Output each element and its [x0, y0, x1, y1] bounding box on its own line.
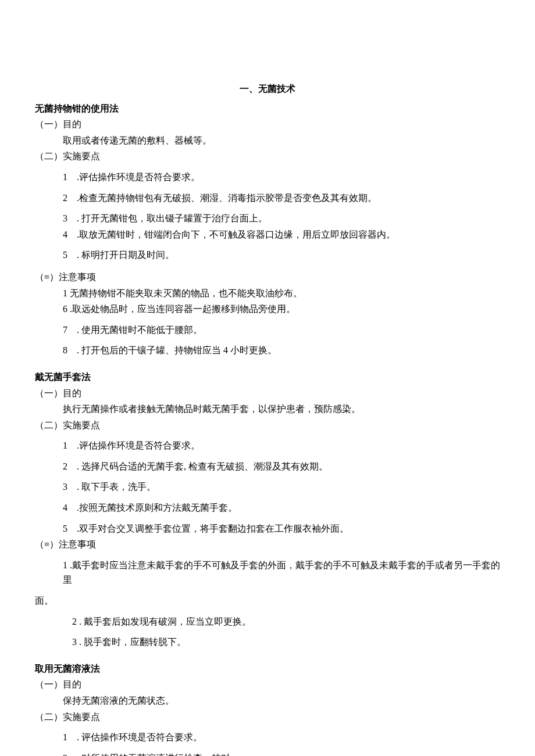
list-item: 8 . 打开包后的干镶子罐、持物钳应当 4 小时更换。 [35, 343, 500, 358]
subsection-heading: （一）目的 [35, 677, 500, 692]
list-item: 1 .戴手套时应当注意未戴手套的手不可触及手套的外面，戴手套的手不可触及未戴手套… [35, 558, 500, 587]
item-text: 戴手套后如发现有破洞，应当立即更换。 [84, 617, 251, 626]
list-item: 2 . 选择尺码合适的无菌手套, 检查有无破损、潮湿及其有效期。 [35, 459, 500, 474]
item-text: 打开包后的干镶子罐、持物钳应当 4 小时更换。 [81, 345, 277, 355]
item-number: 2 [63, 751, 74, 756]
item-number: 1 [63, 170, 74, 185]
subsection-heading: （一）目的 [35, 117, 500, 132]
item-sep: . [74, 440, 79, 450]
section-title: 无菌持物钳的使用法 [35, 101, 500, 116]
item-number: 1 [63, 560, 67, 570]
subsection-heading: （二）实施要点 [35, 710, 500, 725]
item-text: 脱手套时，应翻转脱下。 [84, 637, 186, 647]
subsection-heading: （一）目的 [35, 386, 500, 401]
list-item: 1 .评估操作环境是否符合要求。 [35, 170, 500, 185]
item-number: 2 [63, 191, 74, 206]
item-sep: . [74, 172, 79, 182]
subsection-heading: （二）实施要点 [35, 149, 500, 164]
item-text: 选择尺码合适的无菌手套, 检查有无破损、潮湿及其有效期。 [81, 461, 328, 471]
item-sep: . [74, 503, 79, 513]
item-number: 3 [63, 211, 74, 226]
item-sep: . [77, 637, 84, 647]
item-number: 4 [63, 500, 74, 515]
item-number: 7 [63, 323, 74, 338]
list-item: 2 .检查无菌持物钳包有无破损、潮湿、消毒指示胶带是否变色及其有效期。 [35, 191, 500, 206]
list-item: 4 .按照无菌技术原则和方法戴无菌手套。 [35, 500, 500, 515]
document-title: 一、无菌技术 [35, 81, 500, 96]
list-item: 1 . 评估操作环境是否符合要求。 [35, 730, 500, 745]
section-title: 戴无菌手套法 [35, 370, 500, 385]
item-text: 评估操作环境是否符合要求。 [81, 732, 202, 742]
item-number: 1 [63, 438, 74, 453]
item-text: 检查无菌持物钳包有无破损、潮湿、消毒指示胶带是否变色及其有效期。 [79, 193, 377, 203]
intro-text: 执行无菌操作或者接触无菌物品时戴无菌手套，以保护患者，预防感染。 [35, 402, 500, 417]
item-sep: . [67, 304, 72, 314]
list-item: 5 .双手对合交叉调整手套位置，将手套翻边扣套在工作服衣袖外面。 [35, 521, 500, 536]
list-item: 4 .取放无菌钳时，钳端闭合向下，不可触及容器口边缘，用后立即放回容器内。 [35, 227, 500, 242]
item-text: 无菌持物钳不能夹取未灭菌的物品，也不能夹取油纱布。 [70, 288, 302, 298]
item-number: 6 [63, 304, 67, 314]
item-text: 打开无菌钳包，取出镊子罐置于治疗台面上。 [81, 213, 268, 223]
item-number: 3 [72, 637, 77, 647]
item-sep: . [74, 345, 81, 355]
item-number: 4 [63, 227, 74, 242]
item-text: 对所使用的无菌溶液进行检查、核对。 [81, 753, 240, 756]
list-item: 3 . 打开无菌钳包，取出镊子罐置于治疗台面上。 [35, 211, 500, 226]
item-sep: . [74, 250, 81, 260]
item-text: 按照无菌技术原则和方法戴无菌手套。 [79, 503, 237, 513]
item-sep: . [74, 193, 79, 203]
item-sep: . [67, 560, 72, 570]
list-item: 5 . 标明打开日期及时间。 [35, 248, 500, 263]
list-item: 7 . 使用无菌钳时不能低于腰部。 [35, 323, 500, 338]
item-text: 使用无菌钳时不能低于腰部。 [81, 325, 202, 335]
section-title: 取用无菌溶液法 [35, 661, 500, 676]
item-sep: . [74, 732, 81, 742]
list-item: 6 .取远处物品时，应当连同容器一起搬移到物品旁使用。 [35, 302, 500, 317]
item-sep: . [74, 230, 79, 239]
list-item: 1 无菌持物钳不能夹取未灭菌的物品，也不能夹取油纱布。 [35, 286, 500, 301]
item-sep: . [77, 617, 84, 626]
item-sep: . [74, 461, 81, 471]
item-text: 评估操作环境是否符合要求。 [79, 440, 200, 450]
item-number: 2 [72, 617, 77, 626]
item-number: 3 [63, 479, 74, 495]
item-text: 标明打开日期及时间。 [81, 250, 174, 260]
item-text: 评估操作环境是否符合要求。 [79, 172, 200, 182]
intro-text: 取用或者传递无菌的敷料、器械等。 [35, 133, 500, 148]
item-number: 8 [63, 343, 74, 358]
intro-text: 保持无菌溶液的无菌状态。 [35, 693, 500, 708]
item-number: 1 [63, 288, 67, 298]
item-number: 2 [63, 459, 74, 474]
subsection-heading: （≡）注意事项 [35, 270, 500, 285]
list-item: 1 .评估操作环境是否符合要求。 [35, 438, 500, 453]
item-text: 取放无菌钳时，钳端闭合向下，不可触及容器口边缘，用后立即放回容器内。 [79, 230, 395, 239]
item-sep: . [74, 482, 81, 492]
item-text: 戴手套时应当注意未戴手套的手不可触及手套的外面，戴手套的手不可触及未戴手套的手或… [63, 560, 500, 585]
list-item: 3 . 脱手套时，应翻转脱下。 [35, 635, 500, 650]
item-number: 5 [63, 521, 74, 536]
item-text: 双手对合交叉调整手套位置，将手套翻边扣套在工作服衣袖外面。 [79, 524, 349, 533]
item-text: 取远处物品时，应当连同容器一起搬移到物品旁使用。 [72, 304, 295, 314]
item-text: 取下手表，洗手。 [81, 482, 156, 492]
list-item-continuation: 面。 [35, 593, 500, 608]
item-sep: . [74, 753, 81, 756]
document-page: 一、无菌技术 无菌持物钳的使用法 （一）目的 取用或者传递无菌的敷料、器械等。 … [0, 0, 535, 756]
subsection-heading: （≡）注意事项 [35, 537, 500, 552]
item-sep: . [74, 524, 79, 533]
item-number: 1 [63, 730, 74, 745]
list-item: 2 . 对所使用的无菌溶液进行检查、核对。 [35, 751, 500, 756]
item-sep: . [74, 213, 81, 223]
list-item: 3 . 取下手表，洗手。 [35, 479, 500, 495]
item-sep: . [74, 325, 81, 335]
subsection-heading: （二）实施要点 [35, 418, 500, 433]
list-item: 2 . 戴手套后如发现有破洞，应当立即更换。 [35, 614, 500, 629]
item-number: 5 [63, 248, 74, 263]
